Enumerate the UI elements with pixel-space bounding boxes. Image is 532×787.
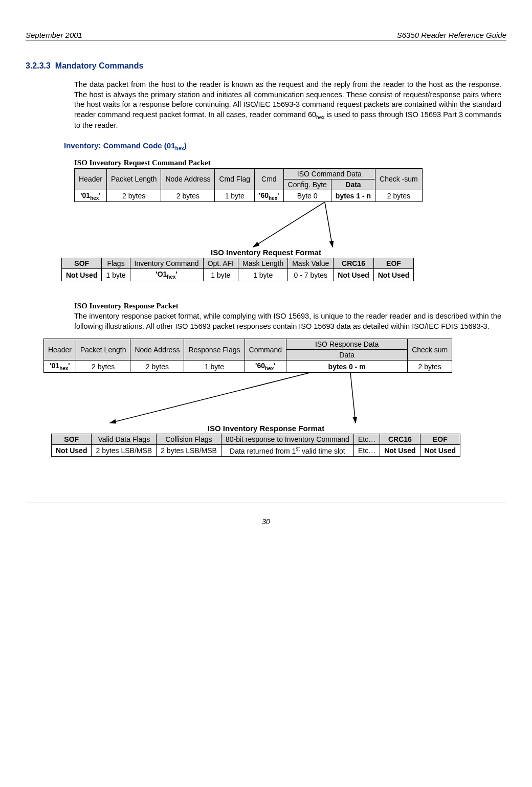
th-isorespdata: ISO Response Data [286, 339, 408, 350]
th-etc: Etc… [353, 434, 380, 445]
td-respflags: 1 byte [184, 361, 245, 373]
td-80bit: Data returned from 1st valid time slot [221, 445, 353, 457]
resp-packet-caption: ISO Inventory Response Packet [74, 302, 506, 310]
intro-sub: hex [316, 115, 324, 120]
th-data: Data [331, 179, 375, 190]
header-left: September 2001 [26, 31, 82, 39]
resp-packet-table: Header Packet Length Node Address Respon… [43, 339, 452, 373]
req-format-caption: ISO Inventory Request Format [26, 248, 506, 257]
td-eof2: Not Used [420, 445, 460, 457]
req-packet-table: Header Packet Length Node Address Cmd Fl… [74, 168, 423, 203]
th-header2: Header [44, 339, 76, 361]
th-80bit: 80-bit response to Inventory Command [221, 434, 353, 445]
section-number: 3.2.3.3 [26, 61, 51, 70]
footer-divider [26, 503, 506, 503]
th-maskval: Mask Value [288, 258, 334, 269]
th-respflags: Response Flags [184, 339, 245, 361]
th-cmd: Cmd [255, 168, 283, 190]
svg-line-1 [325, 202, 332, 247]
td-optafi: 1 byte [203, 269, 238, 281]
th-iso-cmd-data: ISO Command Data [283, 168, 375, 179]
resp-format-caption: ISO Inventory Response Format [26, 424, 506, 433]
th-crc16: CRC16 [334, 258, 373, 269]
td-command: '60hex' [245, 361, 286, 373]
section-heading: 3.2.3.3 Mandatory Commands [26, 61, 506, 71]
th-config-byte: Config. Byte [283, 179, 331, 190]
th-crc162: CRC16 [380, 434, 420, 445]
td-naddr2: 2 bytes [130, 361, 184, 373]
td-sof2: Not Used [52, 445, 92, 457]
td-plen2: 2 bytes [76, 361, 130, 373]
arrow-icon [43, 373, 504, 429]
td-naddr: 2 bytes [161, 190, 215, 202]
th-command: Command [245, 339, 286, 361]
th-sof: SOF [62, 258, 102, 269]
td-maskval: 0 - 7 bytes [288, 269, 334, 281]
td-eof: Not Used [373, 269, 413, 281]
td-cmd: '60hex' [255, 190, 283, 202]
svg-line-0 [253, 202, 325, 247]
th-invcmd: Inventory Command [130, 258, 203, 269]
th-collflags: Collision Flags [157, 434, 221, 445]
header-right: S6350 Reader Reference Guide [397, 31, 506, 39]
th-data2: Data [286, 350, 408, 361]
td-bytes: bytes 1 - n [331, 190, 375, 202]
th-cmd-flag: Cmd Flag [215, 168, 255, 190]
req-packet-caption: ISO Inventory Request Command Packet [74, 159, 506, 167]
td-cfgbyte: Byte 0 [283, 190, 331, 202]
svg-line-3 [350, 373, 356, 423]
td-invcmd: 'O1hex' [130, 269, 203, 281]
inv-heading-pre: Inventory: Command Code (01 [64, 141, 175, 150]
section-title: Mandatory Commands [55, 61, 143, 70]
td-validflags: 2 bytes LSB/MSB [92, 445, 157, 457]
th-eof: EOF [373, 258, 413, 269]
intro-paragraph: The data packet from the host to the rea… [74, 80, 501, 131]
req-format-table: SOF Flags Inventory Command Opt. AFI Mas… [61, 258, 414, 281]
th-validflags: Valid Data Flags [92, 434, 157, 445]
td-crc162: Not Used [380, 445, 420, 457]
th-node-address: Node Address [161, 168, 215, 190]
td-chk: 2 bytes [375, 190, 423, 202]
th-naddr2: Node Address [130, 339, 184, 361]
inv-heading-post: ) [184, 141, 187, 150]
inv-heading-sub: hex [175, 146, 184, 151]
td-cmdflag: 1 byte [215, 190, 255, 202]
td-header-val: '01hex' [75, 190, 107, 202]
arrow-icon [74, 202, 432, 253]
inventory-heading: Inventory: Command Code (01hex) [64, 141, 506, 151]
th-sof2: SOF [52, 434, 92, 445]
th-flags: Flags [102, 258, 130, 269]
th-eof2: EOF [420, 434, 460, 445]
td-collflags: 2 bytes LSB/MSB [157, 445, 221, 457]
td-crc16: Not Used [334, 269, 373, 281]
th-packet-length: Packet Length [106, 168, 161, 190]
th-header: Header [75, 168, 107, 190]
th-checksum: Check -sum [375, 168, 423, 190]
page-header: September 2001 S6350 Reader Reference Gu… [26, 31, 506, 41]
td-plen: 2 bytes [106, 190, 161, 202]
th-plen2: Packet Length [76, 339, 130, 361]
td-sof: Not Used [62, 269, 102, 281]
th-optafi: Opt. AFI [203, 258, 238, 269]
th-checksum2: Check sum [408, 339, 452, 361]
td-chk2: 2 bytes [408, 361, 452, 373]
td-etc: Etc… [353, 445, 380, 457]
td-masklen: 1 byte [238, 269, 288, 281]
td-bytes2: bytes 0 - m [286, 361, 408, 373]
resp-format-table: SOF Valid Data Flags Collision Flags 80-… [51, 434, 460, 457]
td-header2: '01hex' [44, 361, 76, 373]
page-number: 30 [26, 518, 506, 526]
resp-packet-text: The inventory response packet format, wh… [74, 311, 501, 331]
th-masklen: Mask Length [238, 258, 288, 269]
td-flags: 1 byte [102, 269, 130, 281]
svg-line-2 [110, 373, 309, 423]
